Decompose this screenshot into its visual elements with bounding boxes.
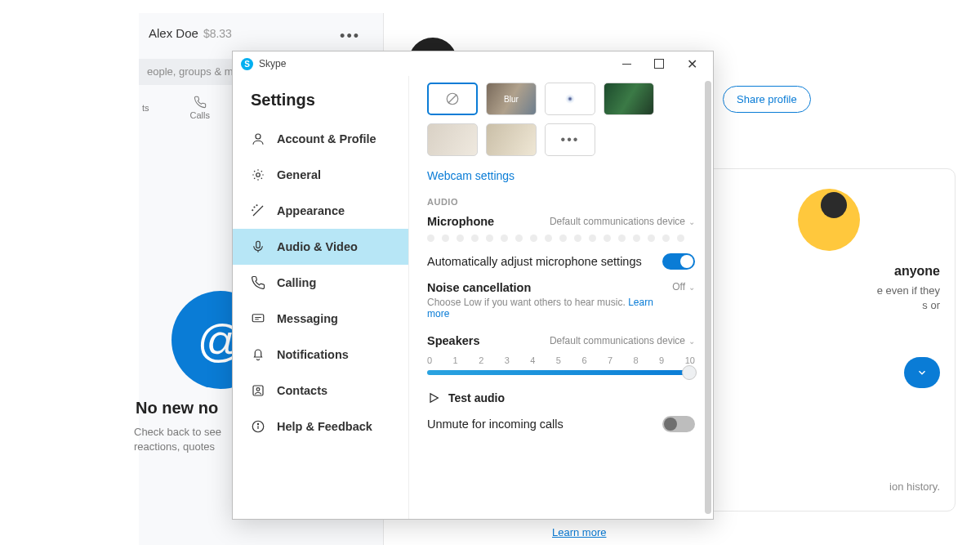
nav-item-label: Messaging	[277, 312, 338, 325]
settings-panel: Blur ••• Webcam settings AUDIO Microphon…	[409, 76, 713, 519]
noise-cancel-label: Noise cancellation	[427, 281, 672, 294]
unmute-toggle[interactable]	[662, 416, 695, 432]
chevron-down-icon: ⌄	[688, 337, 695, 346]
settings-nav: Settings Account & ProfileGeneralAppeara…	[233, 76, 409, 519]
settings-heading: Settings	[233, 91, 408, 121]
learn-more-link[interactable]: Learn more	[552, 526, 606, 545]
nav-item-label: Audio & Video	[277, 240, 358, 253]
bg-thumb-2[interactable]	[604, 83, 654, 115]
user-name: Alex Doe$8.33	[149, 26, 232, 40]
wand-icon	[251, 203, 265, 218]
skype-logo-icon: S	[241, 58, 253, 70]
auto-adjust-toggle[interactable]	[662, 253, 695, 270]
nav-item-user[interactable]: Account & Profile	[233, 121, 408, 157]
bg-thumb-3[interactable]	[427, 123, 478, 156]
bg-thumb-4[interactable]	[486, 123, 537, 156]
chevron-down-icon: ⌄	[688, 283, 695, 292]
nav-item-mic[interactable]: Audio & Video	[233, 229, 408, 265]
maximize-button[interactable]	[643, 52, 675, 75]
nav-item-label: Help & Feedback	[277, 420, 372, 433]
nav-item-label: Account & Profile	[277, 132, 376, 145]
card-history-text: ion history.	[889, 480, 940, 493]
bg-thumb-1[interactable]	[545, 83, 595, 115]
more-icon[interactable]: •••	[340, 28, 360, 45]
microphone-device-select[interactable]: Default communications device⌄	[550, 216, 695, 227]
tab-chats[interactable]: ts	[142, 103, 149, 113]
user-icon	[251, 132, 265, 146]
speakers-label: Speakers	[427, 334, 480, 347]
msg-icon	[251, 311, 265, 326]
unmute-label: Unmute for incoming calls	[427, 418, 564, 431]
auto-adjust-label: Automatically adjust microphone settings	[427, 255, 642, 268]
slider-knob[interactable]	[682, 365, 697, 380]
minimize-button[interactable]	[610, 52, 643, 75]
scrollbar[interactable]	[705, 81, 711, 514]
speaker-volume-slider[interactable]: ➤	[427, 370, 695, 375]
noise-cancel-hint: Choose Low if you want others to hear mu…	[427, 297, 672, 319]
svg-line-13	[448, 95, 457, 104]
svg-point-8	[256, 388, 260, 391]
card-title: anyone	[718, 264, 940, 279]
nav-item-contact[interactable]: Contacts	[233, 373, 408, 409]
microphone-level	[427, 235, 695, 242]
mic-icon	[251, 239, 265, 254]
microphone-label: Microphone	[427, 215, 494, 228]
empty-hint: Check back to seereactions, quotes	[134, 425, 221, 454]
bg-none-thumb[interactable]	[427, 83, 478, 115]
info-card: anyone e even if theys or ion history.	[702, 168, 956, 511]
speakers-device-select[interactable]: Default communications device⌄	[550, 335, 695, 346]
card-text: e even if theys or	[718, 284, 940, 313]
contact-icon	[251, 383, 265, 398]
nav-item-phone[interactable]: Calling	[233, 265, 408, 301]
phone-icon	[251, 275, 265, 290]
nav-item-wand[interactable]: Appearance	[233, 193, 408, 229]
window-title: Skype	[259, 58, 286, 69]
svg-point-2	[254, 207, 255, 208]
noise-cancel-select[interactable]: Off⌄	[672, 281, 695, 293]
audio-section-label: AUDIO	[427, 197, 695, 207]
empty-heading: No new no	[136, 399, 218, 418]
nav-item-label: Appearance	[277, 204, 345, 217]
svg-point-11	[257, 423, 258, 424]
svg-rect-5	[256, 241, 261, 248]
nav-item-info[interactable]: Help & Feedback	[233, 409, 408, 444]
svg-point-3	[256, 205, 257, 206]
chevron-down-icon: ⌄	[688, 217, 695, 226]
tab-calls[interactable]: Calls	[190, 96, 210, 120]
settings-window: S Skype ✕ Settings Account & ProfileGene…	[232, 51, 714, 520]
nav-item-label: General	[277, 168, 321, 181]
svg-point-0	[256, 134, 261, 139]
info-icon	[251, 419, 265, 434]
bg-more-thumb[interactable]: •••	[545, 123, 595, 156]
bell-icon	[251, 347, 265, 362]
webcam-settings-link[interactable]: Webcam settings	[427, 169, 514, 182]
gear-icon	[251, 168, 265, 182]
card-avatar	[798, 189, 860, 251]
close-button[interactable]: ✕	[675, 52, 708, 75]
bg-blur-thumb[interactable]: Blur	[486, 83, 537, 115]
speaker-ticks: 012345678910	[427, 355, 695, 365]
svg-marker-14	[430, 394, 438, 403]
card-action-button[interactable]	[904, 357, 940, 388]
nav-item-label: Contacts	[277, 384, 327, 397]
background-thumbnails: Blur •••	[427, 83, 695, 156]
nav-item-label: Calling	[277, 276, 316, 289]
svg-point-1	[256, 173, 261, 177]
svg-point-4	[252, 210, 253, 211]
share-profile-button[interactable]: Share profile	[723, 86, 811, 113]
test-audio-button[interactable]: Test audio	[427, 391, 695, 404]
nav-item-msg[interactable]: Messaging	[233, 301, 408, 337]
nav-item-label: Notifications	[277, 348, 349, 361]
nav-item-gear[interactable]: General	[233, 157, 408, 193]
nav-item-bell[interactable]: Notifications	[233, 337, 408, 373]
user-balance: $8.33	[203, 27, 232, 40]
titlebar: S Skype ✕	[233, 51, 713, 76]
svg-rect-6	[252, 315, 264, 322]
